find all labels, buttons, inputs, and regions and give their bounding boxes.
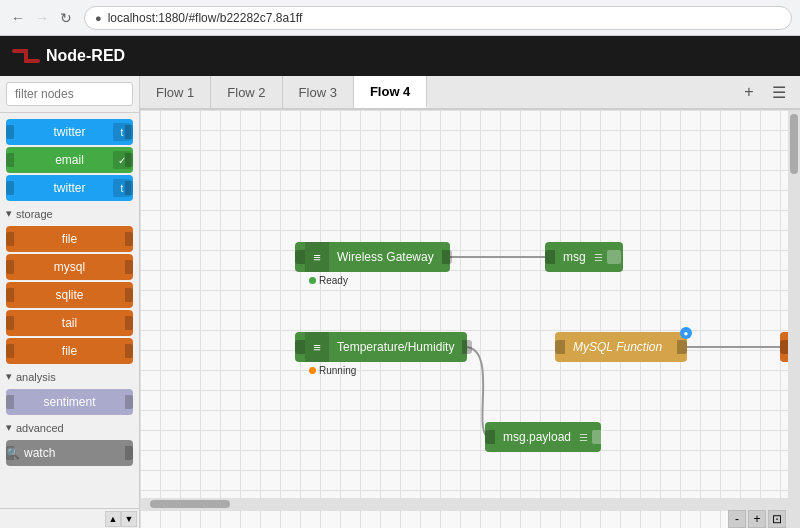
node-icon: ≡ [305, 332, 329, 362]
list-item[interactable]: sentiment [6, 389, 133, 415]
status-dot [309, 367, 316, 374]
zoom-in-button[interactable]: + [748, 510, 766, 528]
port-left [6, 181, 14, 195]
scrollbar-thumb-h[interactable] [150, 500, 230, 508]
section-label: analysis [16, 371, 56, 383]
node-label: file [6, 232, 133, 246]
forward-button[interactable]: → [32, 8, 52, 28]
list-item[interactable]: file [6, 226, 133, 252]
nav-buttons: ← → ↻ [8, 8, 76, 28]
temp-humidity-node[interactable]: ≡ Temperature/Humidity Running [295, 332, 467, 362]
sidebar-search [0, 76, 139, 113]
port-right [125, 260, 133, 274]
lock-icon: ● [95, 12, 102, 24]
tab-flow2[interactable]: Flow 2 [211, 76, 282, 108]
list-item[interactable]: sqlite [6, 282, 133, 308]
logo-mark [12, 47, 40, 65]
port-right [442, 250, 452, 264]
mysql-function-node[interactable]: MySQL Function ● [555, 332, 687, 362]
list-item[interactable]: 🔍watch [6, 440, 133, 466]
node-square [607, 250, 621, 264]
list-item[interactable]: twitter t [6, 175, 133, 201]
status-text: Ready [319, 275, 348, 286]
scroll-down-button[interactable]: ▼ [121, 511, 137, 527]
port-right [125, 181, 133, 195]
back-button[interactable]: ← [8, 8, 28, 28]
chevron-down-icon: ▾ [6, 207, 12, 220]
node-label: file [6, 344, 133, 358]
port-right [125, 153, 133, 167]
zoom-out-button[interactable]: - [728, 510, 746, 528]
node-label: MySQL Function [565, 340, 677, 354]
app-container: Node-RED twitter t email ✓ [0, 36, 800, 528]
port-left [6, 288, 14, 302]
horizontal-scrollbar[interactable] [140, 498, 800, 510]
url-text: localhost:1880/#flow/b22282c7.8a1ff [108, 11, 303, 25]
node-label: sentiment [6, 395, 133, 409]
port-right [125, 125, 133, 139]
port-left [485, 430, 495, 444]
chevron-down-icon: ▾ [6, 421, 12, 434]
port-left [6, 395, 14, 409]
section-label: advanced [16, 422, 64, 434]
search-input[interactable] [6, 82, 133, 106]
main-area: twitter t email ✓ twitter t [0, 76, 800, 528]
vertical-scrollbar[interactable] [788, 110, 800, 510]
address-bar[interactable]: ● localhost:1880/#flow/b22282c7.8a1ff [84, 6, 792, 30]
node-label: 🔍watch [6, 446, 133, 460]
list-item[interactable]: mysql [6, 254, 133, 280]
port-left [6, 232, 14, 246]
node-label: Wireless Gateway [329, 250, 442, 264]
list-item[interactable]: email ✓ [6, 147, 133, 173]
app-header: Node-RED [0, 36, 800, 76]
tab-flow1[interactable]: Flow 1 [140, 76, 211, 108]
status-text: Running [319, 365, 356, 376]
port-right [125, 446, 133, 460]
port-right [125, 395, 133, 409]
node-label: tail [6, 316, 133, 330]
tab-flow3[interactable]: Flow 3 [283, 76, 354, 108]
port-left [6, 344, 14, 358]
msg-payload-node[interactable]: msg.payload ☰ [485, 422, 601, 452]
zoom-fit-button[interactable]: ⊡ [768, 510, 786, 528]
port-left [6, 316, 14, 330]
tabs-bar: Flow 1 Flow 2 Flow 3 Flow 4 + ☰ [140, 76, 800, 110]
add-tab-button[interactable]: + [736, 79, 762, 105]
sidebar-nodes: twitter t email ✓ twitter t [0, 113, 139, 508]
list-item[interactable]: twitter t [6, 119, 133, 145]
list-item[interactable]: file [6, 338, 133, 364]
logo: Node-RED [12, 47, 125, 65]
msg-node[interactable]: msg ☰ [545, 242, 623, 272]
node-status: Running [309, 365, 356, 376]
node-status: Ready [309, 275, 348, 286]
port-right [125, 316, 133, 330]
list-icon: ☰ [579, 432, 592, 443]
list-item[interactable]: tail [6, 310, 133, 336]
app-title: Node-RED [46, 47, 125, 65]
section-storage[interactable]: ▾ storage [0, 203, 139, 224]
tab-flow4[interactable]: Flow 4 [354, 76, 427, 108]
node-icon: ≡ [305, 242, 329, 272]
section-analysis[interactable]: ▾ analysis [0, 366, 139, 387]
port-left [6, 260, 14, 274]
section-advanced[interactable]: ▾ advanced [0, 417, 139, 438]
tab-menu-button[interactable]: ☰ [766, 79, 792, 105]
node-label: sqlite [6, 288, 133, 302]
node-label: msg [555, 250, 594, 264]
scrollbar-thumb-v[interactable] [790, 114, 798, 174]
chevron-down-icon: ▾ [6, 370, 12, 383]
port-right [125, 232, 133, 246]
node-label: msg.payload [495, 430, 579, 444]
flow-canvas[interactable]: ≡ Wireless Gateway Ready msg ☰ [140, 110, 800, 528]
port-left [555, 340, 565, 354]
reload-button[interactable]: ↻ [56, 8, 76, 28]
sidebar-scroll-controls: ▲ ▼ [0, 508, 139, 528]
sidebar: twitter t email ✓ twitter t [0, 76, 140, 528]
port-right [677, 340, 687, 354]
port-left [295, 250, 305, 264]
port-left [6, 153, 14, 167]
wireless-gateway-node[interactable]: ≡ Wireless Gateway Ready [295, 242, 450, 272]
scroll-up-button[interactable]: ▲ [105, 511, 121, 527]
section-label: storage [16, 208, 53, 220]
port-left [545, 250, 555, 264]
